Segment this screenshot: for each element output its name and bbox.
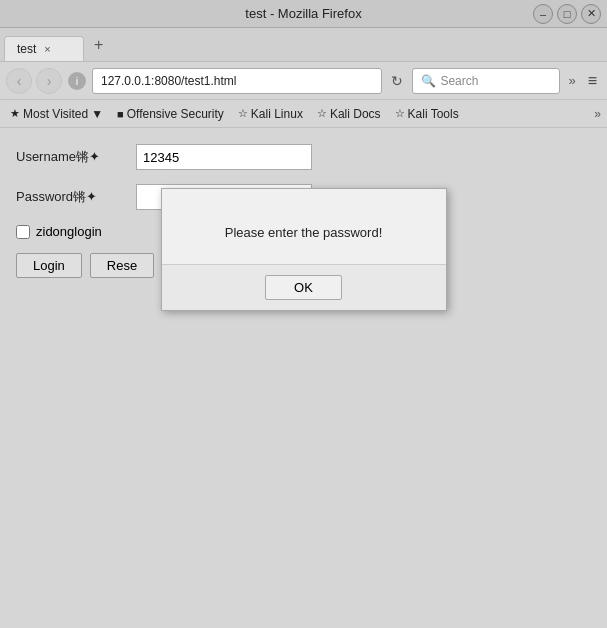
bookmark-label: Kali Tools — [408, 107, 459, 121]
search-placeholder: Search — [440, 74, 478, 88]
maximize-button[interactable]: □ — [557, 4, 577, 24]
bookmark-kali-linux[interactable]: ☆ Kali Linux — [234, 105, 307, 123]
page-content: Username锵✦ Password锵✦ zidonglogin Login … — [0, 128, 607, 528]
reload-button[interactable]: ↻ — [386, 70, 408, 92]
bookmark-label: Offensive Security — [127, 107, 224, 121]
menu-button[interactable]: ≡ — [584, 70, 601, 92]
nav-bar: ‹ › i 127.0.0.1:8080/test1.html ↻ 🔍 Sear… — [0, 62, 607, 100]
dialog-footer: OK — [162, 265, 446, 310]
forward-button[interactable]: › — [36, 68, 62, 94]
bookmarks-bar: ★ Most Visited ▼ ■ Offensive Security ☆ … — [0, 100, 607, 128]
url-bar[interactable]: 127.0.0.1:8080/test1.html — [92, 68, 382, 94]
bookmark-icon: ☆ — [395, 107, 405, 120]
tab-bar: test × + — [0, 28, 607, 62]
nav-extend-button[interactable]: » — [564, 71, 579, 90]
url-text: 127.0.0.1:8080/test1.html — [101, 74, 236, 88]
chevron-down-icon: ▼ — [91, 107, 103, 121]
bookmark-icon: ☆ — [238, 107, 248, 120]
close-button[interactable]: ✕ — [581, 4, 601, 24]
browser-tab[interactable]: test × — [4, 36, 84, 61]
bookmarks-extend-button[interactable]: » — [594, 107, 601, 121]
new-tab-button[interactable]: + — [86, 31, 111, 59]
bookmark-kali-docs[interactable]: ☆ Kali Docs — [313, 105, 385, 123]
window-controls: – □ ✕ — [533, 4, 601, 24]
search-icon: 🔍 — [421, 74, 436, 88]
dialog-overlay: Please enter the password! OK — [0, 128, 607, 528]
dialog-message: Please enter the password! — [162, 189, 446, 265]
title-bar: test - Mozilla Firefox – □ ✕ — [0, 0, 607, 28]
search-bar[interactable]: 🔍 Search — [412, 68, 560, 94]
bookmark-most-visited[interactable]: ★ Most Visited ▼ — [6, 105, 107, 123]
bookmark-star-icon: ★ — [10, 107, 20, 120]
bookmark-label: Most Visited — [23, 107, 88, 121]
bookmark-label: Kali Docs — [330, 107, 381, 121]
bookmark-kali-tools[interactable]: ☆ Kali Tools — [391, 105, 463, 123]
dialog-ok-button[interactable]: OK — [265, 275, 342, 300]
alert-dialog: Please enter the password! OK — [161, 188, 447, 311]
bookmark-label: Kali Linux — [251, 107, 303, 121]
minimize-button[interactable]: – — [533, 4, 553, 24]
info-button[interactable]: i — [68, 72, 86, 90]
window-title: test - Mozilla Firefox — [245, 6, 361, 21]
bookmark-icon: ☆ — [317, 107, 327, 120]
tab-label: test — [17, 42, 36, 56]
back-button[interactable]: ‹ — [6, 68, 32, 94]
tab-close-button[interactable]: × — [44, 43, 50, 55]
bookmark-icon: ■ — [117, 108, 124, 120]
bookmark-offensive-security[interactable]: ■ Offensive Security — [113, 105, 228, 123]
